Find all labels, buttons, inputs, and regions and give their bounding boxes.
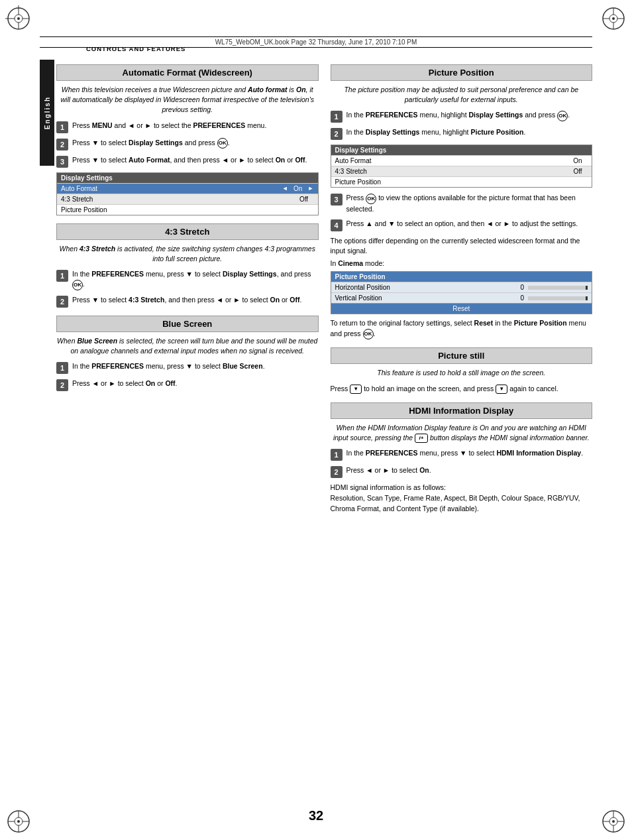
pos-value: 0 (511, 284, 524, 291)
hdmi-intro: When the HDMI Information Display featur… (331, 423, 593, 443)
picture-still-section: Picture still This feature is used to ho… (331, 347, 593, 394)
picture-still-text: Press ▼ to hold an image on the screen, … (331, 383, 593, 394)
svg-point-22 (17, 820, 20, 823)
stretch-title: 4:3 Stretch (56, 223, 319, 240)
main-content: Automatic Format (Widescreen) When this … (56, 56, 592, 800)
svg-point-29 (612, 820, 615, 823)
row-value: Off (294, 196, 314, 203)
step-number: 1 (56, 362, 68, 374)
auto-format-step3: 3 Press ▼ to select Auto Format, and the… (56, 155, 319, 168)
stretch-step1: 1 In the PREFERENCES menu, press ▼ to se… (56, 269, 319, 290)
blue-screen-step1: 1 In the PREFERENCES menu, press ▼ to se… (56, 361, 319, 374)
row-value: Off (568, 168, 588, 175)
settings-table-header: Display Settings (331, 145, 592, 155)
row-value: On (568, 157, 588, 164)
step-number: 2 (331, 466, 342, 478)
stretch-section: 4:3 Stretch When 4:3 Stretch is activate… (56, 223, 319, 308)
step-number: 2 (56, 296, 68, 308)
auto-format-step2: 2 Press ▼ to select Display Settings and… (56, 138, 319, 150)
options-differ-text: The options differ depending on the curr… (331, 236, 593, 256)
hdmi-step2: 2 Press ◄ or ► to select On. (331, 465, 593, 478)
pos-row-vertical: Vertical Position 0 (331, 292, 592, 303)
hdmi-section: HDMI Information Display When the HDMI I… (331, 402, 593, 514)
pos-value: 0 (511, 294, 524, 302)
corner-decoration-bl (5, 808, 32, 835)
page-number: 32 (309, 808, 323, 823)
step-text: In the PREFERENCES menu, press ▼ to sele… (72, 361, 265, 371)
hdmi-signal-info: HDMI signal information is as follows: R… (331, 483, 593, 514)
picture-still-title: Picture still (331, 347, 593, 364)
step-text: Press OK to view the options available f… (346, 193, 593, 213)
english-tab: English (40, 60, 54, 166)
corner-decoration-tr (600, 5, 627, 32)
auto-format-intro: When this television receives a true Wid… (56, 85, 319, 115)
settings-row-auto-format-r: Auto Format On (331, 155, 592, 166)
step-number: 1 (56, 270, 68, 282)
picture-position-title: Picture Position (331, 64, 593, 81)
pp-step3: 3 Press OK to view the options available… (331, 193, 593, 213)
auto-format-title: Automatic Format (Widescreen) (56, 64, 319, 81)
right-arrow-icon: ► (308, 185, 314, 192)
pos-row-horizontal: Horizontal Position 0 (331, 282, 592, 292)
step-text: In the PREFERENCES menu, press ▼ to sele… (72, 269, 319, 290)
settings-row-auto-format: Auto Format ◄ On ► (57, 183, 318, 194)
step-text: Press MENU and ◄ or ► to select the PREF… (72, 121, 266, 131)
settings-row-stretch: 4:3 Stretch Off (57, 194, 318, 204)
step-text: Press ▼ to select 4:3 Stretch, and then … (72, 295, 301, 305)
picture-still-intro: This feature is used to hold a still ima… (331, 368, 593, 378)
picture-position-section: Picture Position The picture position ma… (331, 64, 593, 339)
hdmi-button-icon: i+ (415, 434, 428, 443)
step-number: 2 (56, 379, 68, 391)
pp-step4: 4 Press ▲ and ▼ to select an option, and… (331, 219, 593, 231)
hold-icon: ▼ (350, 385, 362, 394)
pp-step2: 2 In the Display Settings menu, highligh… (331, 127, 593, 140)
settings-row-stretch-r: 4:3 Stretch Off (331, 166, 592, 176)
blue-screen-intro: When Blue Screen is selected, the screen… (56, 336, 319, 356)
right-column: Picture Position The picture position ma… (331, 56, 593, 800)
step-text: Press ◄ or ► to select On or Off. (72, 379, 178, 389)
settings-row-picture-pos-r: Picture Position (331, 176, 592, 187)
left-arrow-icon: ◄ (282, 185, 288, 192)
hold-icon-2: ▼ (496, 385, 507, 394)
controls-label: CONTROLS AND FEATURES (86, 45, 185, 52)
slider-horizontal (528, 286, 588, 290)
english-tab-label: English (44, 96, 51, 129)
row-value: On (288, 185, 308, 192)
row-label: Auto Format (335, 157, 568, 164)
ok-icon: OK (72, 280, 83, 290)
picture-position-intro: The picture position may be adjusted to … (331, 85, 593, 105)
pos-label: Vertical Position (335, 294, 511, 302)
step-number: 1 (56, 121, 68, 133)
step-number: 2 (56, 139, 68, 150)
display-settings-table-right: Display Settings Auto Format On 4:3 Stre… (331, 145, 593, 188)
row-label: Auto Format (61, 185, 282, 192)
step-number: 2 (331, 128, 342, 140)
pos-label: Horizontal Position (335, 284, 511, 291)
step-text: Press ▲ and ▼ to select an option, and t… (346, 219, 578, 229)
blue-screen-section: Blue Screen When Blue Screen is selected… (56, 316, 319, 391)
ok-icon: OK (557, 111, 568, 121)
step-text: Press ◄ or ► to select On. (346, 465, 431, 475)
svg-point-6 (17, 17, 20, 20)
blue-screen-step2: 2 Press ◄ or ► to select On or Off. (56, 379, 319, 391)
step-text: In the Display Settings menu, highlight … (346, 127, 526, 137)
ok-icon: OK (366, 194, 376, 204)
step-number: 1 (331, 449, 342, 461)
row-label: Picture Position (335, 178, 588, 186)
settings-table-header: Display Settings (57, 173, 318, 183)
step-text: Press ▼ to select Display Settings and p… (72, 138, 230, 149)
hdmi-title: HDMI Information Display (331, 402, 593, 419)
picture-position-table: Picture Position Horizontal Position 0 V… (331, 271, 593, 314)
auto-format-step1: 1 Press MENU and ◄ or ► to select the PR… (56, 121, 319, 133)
ok-icon: OK (363, 329, 374, 339)
step-number: 4 (331, 219, 342, 231)
step-text: In the PREFERENCES menu, press ▼ to sele… (346, 448, 584, 458)
step-text: In the PREFERENCES menu, highlight Displ… (346, 110, 570, 121)
corner-decoration-tl (5, 5, 32, 32)
hdmi-step1: 1 In the PREFERENCES menu, press ▼ to se… (331, 448, 593, 461)
display-settings-table: Display Settings Auto Format ◄ On ► 4:3 … (56, 172, 319, 215)
settings-row-picture-pos: Picture Position (57, 204, 318, 215)
pos-table-header: Picture Position (331, 272, 592, 282)
cinema-mode-label: In Cinema mode: (331, 259, 593, 267)
pos-reset-row: Reset (331, 303, 592, 314)
